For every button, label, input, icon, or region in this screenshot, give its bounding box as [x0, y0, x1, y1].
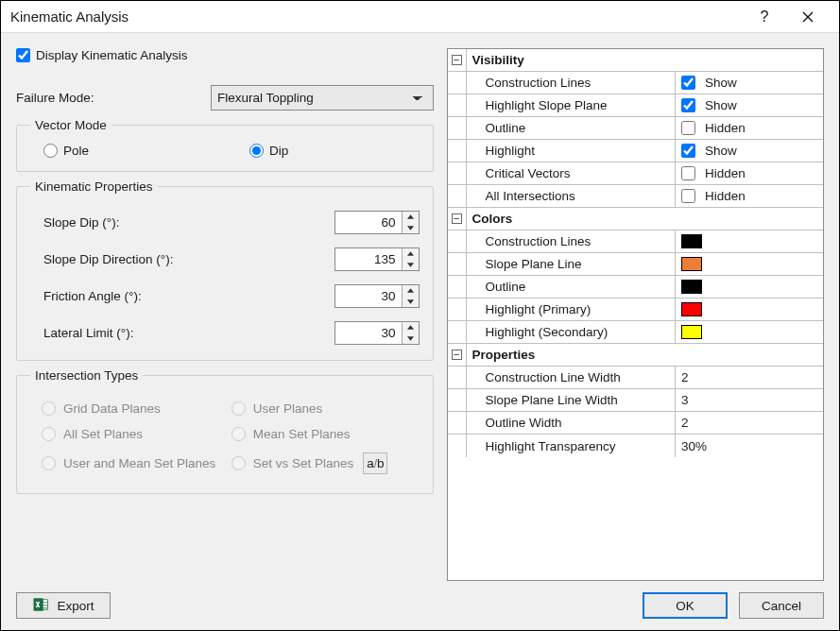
excel-icon: [32, 596, 49, 616]
collapse-icon[interactable]: −: [452, 350, 462, 360]
propgrid-prop-highlight-transparency[interactable]: Highlight Transparency 30%: [448, 435, 823, 457]
intersection-all-set-planes: All Set Planes: [42, 427, 224, 441]
intersection-set-vs-set-planes: Set vs Set Planes: [231, 456, 354, 470]
kinematic-properties-group: Kinematic Properties Slope Dip (°): Slop…: [16, 179, 434, 361]
collapse-icon[interactable]: −: [452, 55, 462, 65]
propgrid-visibility-all-intersections[interactable]: All Intersections Hidden: [448, 185, 823, 208]
slope-dip-direction-row: Slope Dip Direction (°):: [43, 247, 420, 271]
intersection-user-mean-set-planes: User and Mean Set Planes: [42, 452, 224, 474]
propgrid-section-properties[interactable]: − Properties: [448, 344, 823, 367]
vector-mode-dip[interactable]: Dip: [249, 144, 288, 158]
close-button[interactable]: [786, 1, 830, 33]
spin-up-icon[interactable]: [403, 212, 419, 223]
property-grid[interactable]: − Visibility Construction Lines Show Hig…: [447, 48, 824, 581]
propgrid-visibility-outline[interactable]: Outline Hidden: [448, 117, 823, 140]
propgrid-color-highlight-primary[interactable]: Highlight (Primary): [448, 298, 823, 321]
color-swatch[interactable]: [681, 302, 702, 316]
kinematic-properties-legend: Kinematic Properties: [30, 179, 158, 194]
propgrid-section-colors[interactable]: − Colors: [448, 208, 823, 230]
slope-dip-input[interactable]: [334, 211, 420, 234]
propgrid-visibility-highlight[interactable]: Highlight Show: [448, 140, 823, 162]
intersection-types-group: Intersection Types Grid Data Planes User…: [16, 368, 434, 494]
color-swatch[interactable]: [681, 325, 702, 339]
help-button[interactable]: ?: [743, 1, 786, 33]
slope-dip-row: Slope Dip (°):: [43, 211, 420, 234]
set-vs-set-tool-button[interactable]: a/b: [363, 452, 387, 474]
dialog-title: Kinematic Analysis: [10, 9, 743, 25]
propgrid-prop-construction-line-width[interactable]: Construction Line Width 2: [448, 367, 823, 389]
intersection-mean-set-planes: Mean Set Planes: [231, 427, 414, 441]
color-swatch[interactable]: [681, 257, 702, 271]
titlebar: Kinematic Analysis ?: [1, 1, 839, 33]
propgrid-visibility-highlight-slope-plane[interactable]: Highlight Slope Plane Show: [448, 94, 823, 117]
propgrid-section-visibility[interactable]: − Visibility: [448, 49, 823, 72]
collapse-icon[interactable]: −: [452, 213, 462, 224]
friction-angle-input[interactable]: [334, 284, 420, 308]
ok-button[interactable]: OK: [643, 592, 728, 619]
failure-mode-row: Failure Mode: Flexural Toppling: [16, 85, 434, 111]
intersection-grid-data-planes: Grid Data Planes: [42, 401, 224, 416]
spin-down-icon[interactable]: [403, 223, 419, 234]
vector-mode-group: Vector Mode Pole Dip: [16, 118, 434, 172]
display-kinematic-checkbox-label: Display Kinematic Analysis: [36, 48, 188, 62]
lateral-limit-row: Lateral Limit (°):: [43, 321, 420, 345]
propgrid-prop-slope-plane-line-width[interactable]: Slope Plane Line Width 3: [448, 389, 823, 412]
propgrid-color-highlight-secondary[interactable]: Highlight (Secondary): [448, 321, 823, 344]
color-swatch[interactable]: [681, 234, 702, 248]
export-button[interactable]: Export: [16, 592, 111, 619]
dialog-content: Display Kinematic Analysis Failure Mode:…: [1, 33, 839, 630]
propgrid-color-construction[interactable]: Construction Lines: [448, 230, 823, 253]
slope-dip-direction-input[interactable]: [334, 247, 420, 271]
dialog-button-bar: Export OK Cancel: [16, 581, 824, 619]
display-kinematic-checkbox-input[interactable]: [16, 48, 30, 62]
display-kinematic-checkbox[interactable]: Display Kinematic Analysis: [16, 48, 434, 62]
color-swatch[interactable]: [681, 280, 702, 294]
vector-mode-legend: Vector Mode: [30, 118, 111, 132]
dialog-kinematic-analysis: Kinematic Analysis ? Display Kinematic A…: [0, 0, 840, 631]
cancel-button[interactable]: Cancel: [739, 592, 824, 619]
propgrid-color-slope-plane[interactable]: Slope Plane Line: [448, 253, 823, 276]
failure-mode-label: Failure Mode:: [16, 91, 201, 105]
propgrid-visibility-critical-vectors[interactable]: Critical Vectors Hidden: [448, 162, 823, 185]
propgrid-prop-outline-width[interactable]: Outline Width 2: [448, 412, 823, 435]
intersection-types-legend: Intersection Types: [30, 368, 143, 383]
intersection-user-planes: User Planes: [231, 401, 414, 416]
friction-angle-row: Friction Angle (°):: [43, 284, 420, 308]
lateral-limit-input[interactable]: [334, 321, 420, 345]
failure-mode-select[interactable]: Flexural Toppling: [211, 85, 434, 111]
propgrid-color-outline[interactable]: Outline: [448, 276, 823, 298]
propgrid-visibility-construction[interactable]: Construction Lines Show: [448, 72, 823, 94]
vector-mode-pole[interactable]: Pole: [43, 144, 89, 158]
